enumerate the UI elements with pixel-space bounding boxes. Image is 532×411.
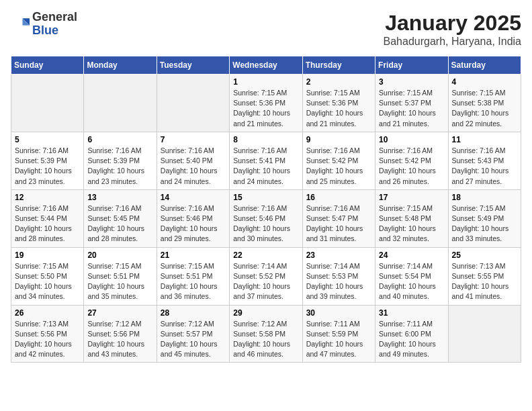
calendar-cell: 26Sunrise: 7:13 AMSunset: 5:56 PMDayligh…: [11, 305, 84, 363]
day-info: Sunrise: 7:12 AMSunset: 5:57 PMDaylight:…: [161, 319, 226, 360]
day-number: 5: [15, 135, 80, 144]
day-number: 19: [15, 250, 80, 260]
day-number: 21: [161, 250, 226, 260]
day-info: Sunrise: 7:16 AMSunset: 5:42 PMDaylight:…: [306, 146, 371, 187]
calendar-cell: 27Sunrise: 7:12 AMSunset: 5:56 PMDayligh…: [84, 305, 157, 363]
calendar-cell: 6Sunrise: 7:16 AMSunset: 5:39 PMDaylight…: [84, 132, 157, 189]
calendar-week-row: 5Sunrise: 7:16 AMSunset: 5:39 PMDaylight…: [11, 132, 521, 189]
day-info: Sunrise: 7:14 AMSunset: 5:53 PMDaylight:…: [306, 261, 371, 302]
day-number: 13: [87, 193, 152, 202]
calendar-cell: 12Sunrise: 7:16 AMSunset: 5:44 PMDayligh…: [11, 189, 84, 247]
calendar-cell: 20Sunrise: 7:15 AMSunset: 5:51 PMDayligh…: [84, 247, 157, 305]
month-title: January 2025: [384, 11, 521, 36]
day-info: Sunrise: 7:16 AMSunset: 5:39 PMDaylight:…: [15, 146, 80, 187]
logo-text: General Blue: [32, 11, 77, 38]
day-info: Sunrise: 7:14 AMSunset: 5:52 PMDaylight:…: [233, 261, 298, 302]
calendar-cell: 16Sunrise: 7:16 AMSunset: 5:47 PMDayligh…: [302, 189, 375, 247]
calendar-cell: 1Sunrise: 7:15 AMSunset: 5:36 PMDaylight…: [230, 75, 302, 132]
weekday-header: Thursday: [302, 56, 375, 75]
day-info: Sunrise: 7:15 AMSunset: 5:36 PMDaylight:…: [233, 88, 298, 129]
day-info: Sunrise: 7:16 AMSunset: 5:43 PMDaylight:…: [452, 146, 517, 187]
weekday-header: Sunday: [11, 56, 84, 75]
day-number: 9: [306, 135, 371, 144]
calendar-cell: 10Sunrise: 7:16 AMSunset: 5:42 PMDayligh…: [375, 132, 448, 189]
calendar-cell: 3Sunrise: 7:15 AMSunset: 5:37 PMDaylight…: [375, 75, 448, 132]
calendar-cell: 4Sunrise: 7:15 AMSunset: 5:38 PMDaylight…: [448, 75, 521, 132]
day-info: Sunrise: 7:12 AMSunset: 5:58 PMDaylight:…: [233, 319, 298, 360]
day-number: 23: [306, 250, 371, 260]
calendar-cell: 28Sunrise: 7:12 AMSunset: 5:57 PMDayligh…: [157, 305, 229, 363]
day-number: 30: [306, 308, 371, 318]
weekday-header: Saturday: [448, 56, 521, 75]
day-info: Sunrise: 7:15 AMSunset: 5:50 PMDaylight:…: [15, 261, 80, 302]
day-number: 29: [233, 308, 298, 318]
calendar-cell: 13Sunrise: 7:16 AMSunset: 5:45 PMDayligh…: [84, 189, 157, 247]
day-info: Sunrise: 7:16 AMSunset: 5:44 PMDaylight:…: [15, 203, 80, 244]
calendar-table: SundayMondayTuesdayWednesdayThursdayFrid…: [11, 56, 521, 363]
day-number: 15: [233, 193, 298, 202]
day-info: Sunrise: 7:16 AMSunset: 5:46 PMDaylight:…: [233, 203, 298, 244]
day-number: 11: [452, 135, 517, 144]
day-number: 31: [379, 308, 444, 318]
day-info: Sunrise: 7:15 AMSunset: 5:38 PMDaylight:…: [452, 88, 517, 129]
calendar-cell: 14Sunrise: 7:16 AMSunset: 5:46 PMDayligh…: [157, 189, 229, 247]
day-info: Sunrise: 7:16 AMSunset: 5:40 PMDaylight:…: [161, 146, 226, 187]
calendar-cell: [157, 75, 229, 132]
day-info: Sunrise: 7:16 AMSunset: 5:47 PMDaylight:…: [306, 203, 371, 244]
day-number: 6: [87, 135, 152, 144]
day-number: 28: [161, 308, 226, 318]
calendar-cell: 9Sunrise: 7:16 AMSunset: 5:42 PMDaylight…: [302, 132, 375, 189]
day-info: Sunrise: 7:15 AMSunset: 5:51 PMDaylight:…: [161, 261, 226, 302]
day-info: Sunrise: 7:15 AMSunset: 5:37 PMDaylight:…: [379, 88, 444, 129]
calendar-week-row: 26Sunrise: 7:13 AMSunset: 5:56 PMDayligh…: [11, 305, 521, 363]
logo-icon: [11, 15, 30, 34]
day-number: 25: [452, 250, 517, 260]
weekday-header: Monday: [84, 56, 157, 75]
day-info: Sunrise: 7:13 AMSunset: 5:55 PMDaylight:…: [452, 261, 517, 302]
calendar-cell: [448, 305, 521, 363]
weekday-header: Wednesday: [230, 56, 302, 75]
day-number: 14: [161, 193, 226, 202]
calendar-cell: 23Sunrise: 7:14 AMSunset: 5:53 PMDayligh…: [302, 247, 375, 305]
calendar-cell: 31Sunrise: 7:11 AMSunset: 6:00 PMDayligh…: [375, 305, 448, 363]
day-number: 27: [87, 308, 152, 318]
day-number: 22: [233, 250, 298, 260]
calendar-cell: [11, 75, 84, 132]
day-number: 18: [452, 193, 517, 202]
day-number: 3: [379, 77, 444, 87]
day-number: 10: [379, 135, 444, 144]
location-title: Bahadurgarh, Haryana, India: [384, 36, 521, 48]
day-number: 12: [15, 193, 80, 202]
day-number: 20: [87, 250, 152, 260]
day-number: 26: [15, 308, 80, 318]
calendar-week-row: 12Sunrise: 7:16 AMSunset: 5:44 PMDayligh…: [11, 189, 521, 247]
calendar-cell: 15Sunrise: 7:16 AMSunset: 5:46 PMDayligh…: [230, 189, 302, 247]
page-header: General Blue January 2025 Bahadurgarh, H…: [11, 11, 521, 48]
calendar-cell: 19Sunrise: 7:15 AMSunset: 5:50 PMDayligh…: [11, 247, 84, 305]
day-number: 24: [379, 250, 444, 260]
weekday-header: Friday: [375, 56, 448, 75]
day-number: 7: [161, 135, 226, 144]
calendar-cell: 24Sunrise: 7:14 AMSunset: 5:54 PMDayligh…: [375, 247, 448, 305]
day-info: Sunrise: 7:16 AMSunset: 5:39 PMDaylight:…: [87, 146, 152, 187]
day-number: 4: [452, 77, 517, 87]
day-info: Sunrise: 7:15 AMSunset: 5:48 PMDaylight:…: [379, 203, 444, 244]
calendar-cell: 8Sunrise: 7:16 AMSunset: 5:41 PMDaylight…: [230, 132, 302, 189]
day-info: Sunrise: 7:16 AMSunset: 5:41 PMDaylight:…: [233, 146, 298, 187]
calendar-cell: 21Sunrise: 7:15 AMSunset: 5:51 PMDayligh…: [157, 247, 229, 305]
day-info: Sunrise: 7:15 AMSunset: 5:36 PMDaylight:…: [306, 88, 371, 129]
calendar-week-row: 19Sunrise: 7:15 AMSunset: 5:50 PMDayligh…: [11, 247, 521, 305]
calendar-cell: 25Sunrise: 7:13 AMSunset: 5:55 PMDayligh…: [448, 247, 521, 305]
weekday-header: Tuesday: [157, 56, 229, 75]
calendar-cell: 5Sunrise: 7:16 AMSunset: 5:39 PMDaylight…: [11, 132, 84, 189]
title-block: January 2025 Bahadurgarh, Haryana, India: [384, 11, 521, 48]
calendar-cell: [84, 75, 157, 132]
day-info: Sunrise: 7:14 AMSunset: 5:54 PMDaylight:…: [379, 261, 444, 302]
day-info: Sunrise: 7:16 AMSunset: 5:46 PMDaylight:…: [161, 203, 226, 244]
calendar-cell: 17Sunrise: 7:15 AMSunset: 5:48 PMDayligh…: [375, 189, 448, 247]
calendar-cell: 22Sunrise: 7:14 AMSunset: 5:52 PMDayligh…: [230, 247, 302, 305]
day-info: Sunrise: 7:16 AMSunset: 5:42 PMDaylight:…: [379, 146, 444, 187]
calendar-cell: 7Sunrise: 7:16 AMSunset: 5:40 PMDaylight…: [157, 132, 229, 189]
day-info: Sunrise: 7:11 AMSunset: 6:00 PMDaylight:…: [379, 319, 444, 360]
day-number: 16: [306, 193, 371, 202]
